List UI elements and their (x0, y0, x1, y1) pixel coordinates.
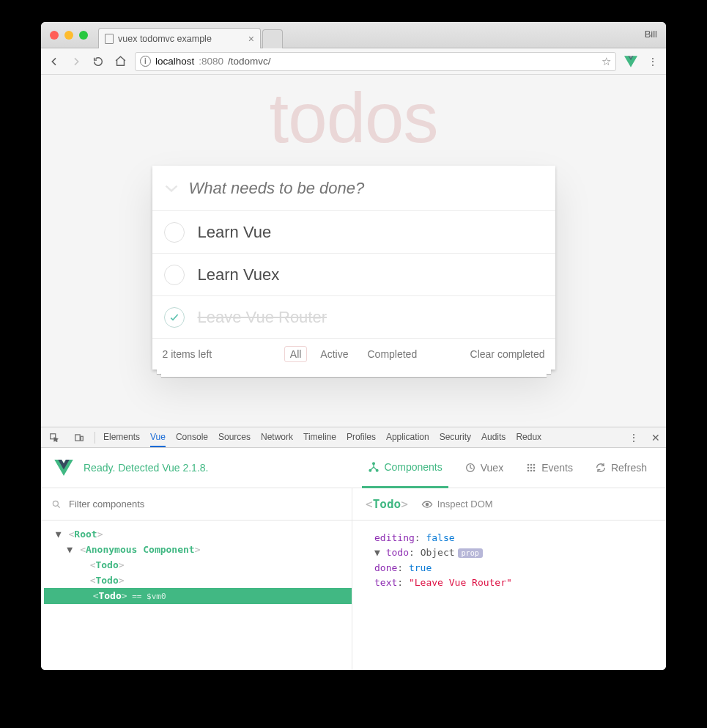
page-viewport: todos Learn VueLearn VuexLeave Vue Route… (41, 75, 666, 427)
bookmark-icon[interactable]: ☆ (601, 55, 611, 68)
filter-all[interactable]: All (284, 346, 308, 362)
todo-item[interactable]: Leave Vue Router (152, 296, 555, 339)
svg-point-15 (533, 470, 536, 472)
todo-label: Learn Vue (198, 223, 272, 242)
menu-button[interactable]: ⋮ (645, 54, 660, 69)
close-devtools-button[interactable]: ✕ (651, 432, 660, 444)
tree-row-anonymous[interactable]: ▼ <Anonymous Component> (44, 542, 349, 557)
devtools-tab-sources[interactable]: Sources (218, 432, 251, 443)
devtools-panel: ElementsVueConsoleSourcesNetworkTimeline… (41, 427, 666, 670)
card-stack-decoration (152, 369, 555, 375)
svg-point-17 (426, 503, 428, 505)
url-port: :8080 (199, 56, 223, 67)
filter-active[interactable]: Active (314, 346, 354, 362)
check-icon (169, 312, 180, 323)
selected-component-tag: <Todo> (366, 497, 408, 511)
svg-point-11 (530, 467, 533, 469)
items-left-label: 2 items left (163, 348, 212, 360)
prop-row[interactable]: editing: false (374, 531, 644, 545)
svg-point-14 (530, 470, 533, 472)
toggle-complete-button[interactable] (164, 265, 185, 285)
toggle-all-icon[interactable] (164, 184, 189, 193)
tree-row-todo-selected[interactable]: <Todo> == $vm0 (44, 588, 352, 604)
titlebar: vuex todomvc example × Bill (41, 22, 666, 48)
inspect-element-icon[interactable] (47, 430, 62, 445)
vue-status-label: Ready. Detected Vue 2.1.8. (84, 462, 208, 474)
reload-button[interactable] (91, 54, 106, 69)
todo-item[interactable]: Learn Vuex (152, 254, 555, 296)
prop-row[interactable]: ▼ todo: Objectprop (374, 545, 644, 561)
svg-point-12 (533, 467, 536, 469)
close-tab-button[interactable]: × (248, 33, 254, 45)
todo-app: Learn VueLearn VuexLeave Vue Router 2 it… (152, 166, 555, 369)
svg-point-13 (528, 470, 530, 472)
url-host: localhost (155, 56, 194, 67)
tab-title: vuex todomvc example (118, 34, 212, 44)
prop-row[interactable]: text: "Leave Vue Router" (374, 576, 644, 590)
component-props: editing: false ▼ todo: Objectprop done: … (352, 521, 666, 600)
browser-toolbar: i localhost:8080/todomvc/ ☆ ⋮ (41, 48, 666, 75)
devtools-tab-redux[interactable]: Redux (516, 432, 541, 443)
devtools-tab-profiles[interactable]: Profiles (347, 432, 376, 443)
prop-row[interactable]: done: true (374, 561, 644, 576)
back-button[interactable] (47, 54, 62, 69)
tree-row-todo[interactable]: <Todo> (44, 573, 349, 588)
tree-row-root[interactable]: ▼ <Root> (44, 526, 349, 542)
devtools-menu-button[interactable]: ⋮ (626, 430, 641, 445)
svg-point-16 (53, 501, 58, 506)
toggle-complete-button[interactable] (164, 307, 185, 328)
profile-name[interactable]: Bill (645, 29, 657, 40)
devtools-tab-elements[interactable]: Elements (103, 432, 140, 443)
window-controls (41, 31, 97, 40)
vue-devtools-bar: Ready. Detected Vue 2.1.8. Components Vu… (41, 448, 666, 488)
svg-point-7 (528, 464, 530, 466)
new-tab-button[interactable] (262, 29, 283, 48)
tab-components[interactable]: Components (362, 448, 448, 488)
browser-tab[interactable]: vuex todomvc example × (98, 28, 261, 48)
search-icon (51, 499, 62, 510)
devtools-tab-network[interactable]: Network (261, 432, 293, 443)
new-todo-input[interactable] (189, 179, 544, 198)
svg-point-8 (530, 464, 533, 466)
devtools-tab-audits[interactable]: Audits (481, 432, 506, 443)
svg-rect-1 (75, 434, 80, 440)
device-toolbar-icon[interactable] (72, 430, 86, 445)
browser-window: vuex todomvc example × Bill i localhost:… (41, 22, 666, 670)
filter-completed[interactable]: Completed (361, 346, 423, 362)
component-tree[interactable]: ▼ <Root> ▼ <Anonymous Component> <Todo> … (41, 521, 352, 610)
todo-label: Learn Vuex (198, 265, 280, 284)
app-heading: todos (41, 75, 666, 158)
close-window-button[interactable] (50, 31, 59, 40)
vue-extension-icon[interactable] (623, 54, 638, 69)
address-bar[interactable]: i localhost:8080/todomvc/ ☆ (135, 52, 616, 71)
devtools-tab-vue[interactable]: Vue (150, 432, 166, 447)
maximize-window-button[interactable] (79, 31, 88, 40)
site-info-icon[interactable]: i (140, 56, 151, 67)
tree-row-todo[interactable]: <Todo> (44, 557, 349, 573)
devtools-tab-console[interactable]: Console (176, 432, 208, 443)
page-icon (105, 34, 114, 44)
vue-panes: ▼ <Root> ▼ <Anonymous Component> <Todo> … (41, 488, 666, 670)
devtools-tab-security[interactable]: Security (440, 432, 471, 443)
minimize-window-button[interactable] (64, 31, 73, 40)
forward-button[interactable] (69, 54, 84, 69)
svg-point-9 (533, 464, 536, 466)
devtools-tab-application[interactable]: Application (386, 432, 429, 443)
todo-footer: 2 items left All Active Completed Clear … (152, 339, 555, 369)
filter-components-input[interactable] (69, 499, 341, 510)
tab-refresh[interactable]: Refresh (589, 448, 653, 488)
new-todo-row (152, 166, 555, 211)
svg-rect-2 (81, 436, 83, 441)
inspect-dom-button[interactable]: Inspect DOM (421, 499, 493, 510)
svg-point-10 (528, 467, 530, 469)
tab-events[interactable]: Events (519, 448, 579, 488)
component-tree-pane: ▼ <Root> ▼ <Anonymous Component> <Todo> … (41, 488, 352, 670)
todo-item[interactable]: Learn Vue (152, 211, 555, 254)
toggle-complete-button[interactable] (164, 222, 185, 243)
clear-completed-button[interactable]: Clear completed (470, 348, 545, 360)
tab-vuex[interactable]: Vuex (459, 448, 509, 488)
devtools-tab-timeline[interactable]: Timeline (303, 432, 336, 443)
todo-label: Leave Vue Router (198, 308, 327, 327)
inspector-pane: <Todo> Inspect DOM editing: false ▼ todo… (352, 488, 666, 670)
home-button[interactable] (113, 54, 127, 69)
